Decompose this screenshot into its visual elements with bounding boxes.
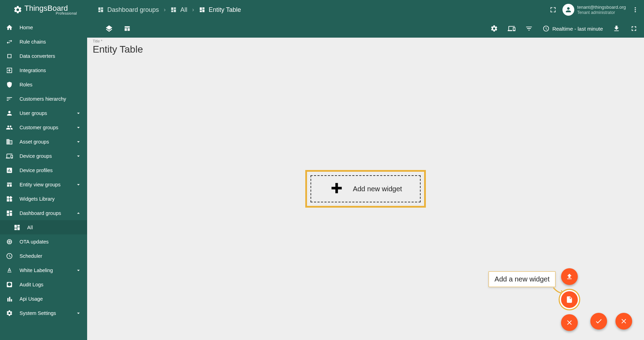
layers-button[interactable] [105, 25, 113, 32]
swap-icon [6, 38, 13, 46]
sidebar-item-audit-logs[interactable]: Audit Logs [0, 277, 87, 292]
domain-icon [6, 138, 13, 146]
dashboard-icon [199, 7, 205, 13]
track-icon [6, 281, 13, 288]
fullscreen-icon [630, 25, 638, 32]
widgets-icon [6, 195, 13, 203]
fab-apply[interactable] [590, 313, 607, 330]
input-icon [6, 67, 13, 74]
breadcrumb-current[interactable]: Entity Table [199, 6, 241, 14]
app-header: ThingsBoard Professional Dashboard group… [0, 0, 644, 20]
people-icon [6, 124, 13, 131]
fab-column [561, 268, 578, 331]
sidebar-item-rule-chains[interactable]: Rule chains [0, 34, 87, 49]
more-button[interactable] [631, 5, 640, 14]
fab-create-widget[interactable] [561, 291, 578, 308]
check-icon [595, 317, 603, 325]
gear-icon [490, 25, 498, 32]
sidebar-item-data-converters[interactable]: Data converters [0, 49, 87, 63]
main-area: Realtime - last minute Title * Entity Ta… [87, 20, 644, 340]
layout-button[interactable] [123, 25, 131, 32]
export-button[interactable] [613, 25, 620, 32]
crop-icon [6, 52, 13, 60]
dashboard-icon [13, 224, 21, 231]
sidebar-item-customers-hierarchy[interactable]: Customers hierarchy [0, 92, 87, 106]
breadcrumb-groups[interactable]: Dashboard groups [98, 6, 159, 14]
app-logo[interactable]: ThingsBoard Professional [0, 5, 87, 15]
memory-icon [6, 238, 13, 246]
download-icon [613, 25, 620, 32]
sidebar-item-api-usage[interactable]: Api Usage [0, 292, 87, 306]
upload-icon [566, 273, 573, 280]
dashboard-icon [98, 7, 104, 13]
badge-icon [6, 167, 13, 174]
fab-cancel[interactable] [615, 313, 632, 330]
sidebar-item-widgets-library[interactable]: Widgets Library [0, 192, 87, 206]
sidebar-item-ota-updates[interactable]: OTA updates [0, 234, 87, 249]
dashboard-icon [170, 7, 177, 13]
chevron-down-icon [75, 310, 82, 316]
fullscreen-toolbar-button[interactable] [630, 25, 638, 32]
devices-icon [508, 25, 515, 32]
settings-button[interactable] [490, 25, 498, 32]
home-icon [6, 24, 13, 31]
sidebar-item-system-settings[interactable]: System Settings [0, 306, 87, 320]
sidebar-item-customer-groups[interactable]: Customer groups [0, 120, 87, 134]
sidebar-item-device-groups[interactable]: Device groups [0, 149, 87, 163]
sidebar-item-scheduler[interactable]: Scheduler [0, 249, 87, 263]
sidebar: Home Rule chains Data converters Integra… [0, 20, 87, 340]
breadcrumb-separator: › [192, 7, 194, 13]
chevron-down-icon [75, 153, 82, 159]
dashboard-toolbar: Realtime - last minute [87, 20, 644, 38]
layers-icon [105, 25, 113, 32]
chevron-down-icon [75, 267, 82, 273]
fab-import-widget[interactable] [561, 268, 578, 285]
dashboard-canvas: Title * Entity Table Add new widget Add … [87, 38, 644, 340]
sidebar-item-device-profiles[interactable]: Device profiles [0, 163, 87, 177]
clock-icon [543, 25, 550, 32]
sidebar-item-entity-view-groups[interactable]: Entity view groups [0, 177, 87, 192]
sidebar-item-dashboard-groups[interactable]: Dashboard groups [0, 206, 87, 220]
more-icon [631, 6, 639, 14]
avatar-icon [562, 4, 574, 16]
app-name: ThingsBoard [24, 5, 77, 12]
sidebar-item-integrations[interactable]: Integrations [0, 63, 87, 77]
user-email: tenant@thingsboard.org [577, 5, 626, 10]
timewindow-button[interactable]: Realtime - last minute [543, 25, 603, 32]
sidebar-item-roles[interactable]: Roles [0, 77, 87, 92]
tooltip-add-widget: Add a new widget [489, 271, 555, 287]
filter-icon [525, 25, 533, 32]
grid-icon [123, 25, 131, 32]
schedule-icon [6, 252, 13, 260]
chevron-down-icon [75, 124, 82, 131]
format-icon [6, 266, 13, 274]
sidebar-item-user-groups[interactable]: User groups [0, 106, 87, 120]
sidebar-item-white-labeling[interactable]: White Labeling [0, 263, 87, 277]
chevron-down-icon [75, 110, 82, 116]
add-widget-card[interactable]: Add new widget [305, 170, 426, 208]
breadcrumb: Dashboard groups › All › Entity Table [87, 6, 241, 14]
sort-icon [6, 95, 13, 103]
entities-button[interactable] [508, 25, 515, 32]
title-value: Entity Table [93, 44, 143, 55]
dashboard-title-field[interactable]: Title * Entity Table [93, 39, 143, 55]
person-icon [6, 109, 13, 117]
breadcrumb-all[interactable]: All [170, 6, 187, 14]
user-menu[interactable]: tenant@thingsboard.org Tenant administra… [562, 4, 626, 16]
chevron-up-icon [75, 210, 82, 216]
app-edition: Professional [24, 11, 77, 15]
fab-close-menu[interactable] [561, 314, 578, 331]
chevron-down-icon [75, 139, 82, 145]
devices-icon [6, 152, 13, 160]
sidebar-item-asset-groups[interactable]: Asset groups [0, 134, 87, 149]
breadcrumb-separator: › [164, 7, 166, 13]
fullscreen-button[interactable] [549, 5, 558, 14]
view-icon [6, 181, 13, 188]
sidebar-item-dashboard-all[interactable]: All [0, 220, 87, 234]
doc-icon [566, 296, 573, 303]
shield-icon [6, 81, 13, 88]
bar-icon [6, 295, 13, 303]
chevron-down-icon [75, 181, 82, 188]
filter-button[interactable] [525, 25, 533, 32]
sidebar-item-home[interactable]: Home [0, 20, 87, 34]
